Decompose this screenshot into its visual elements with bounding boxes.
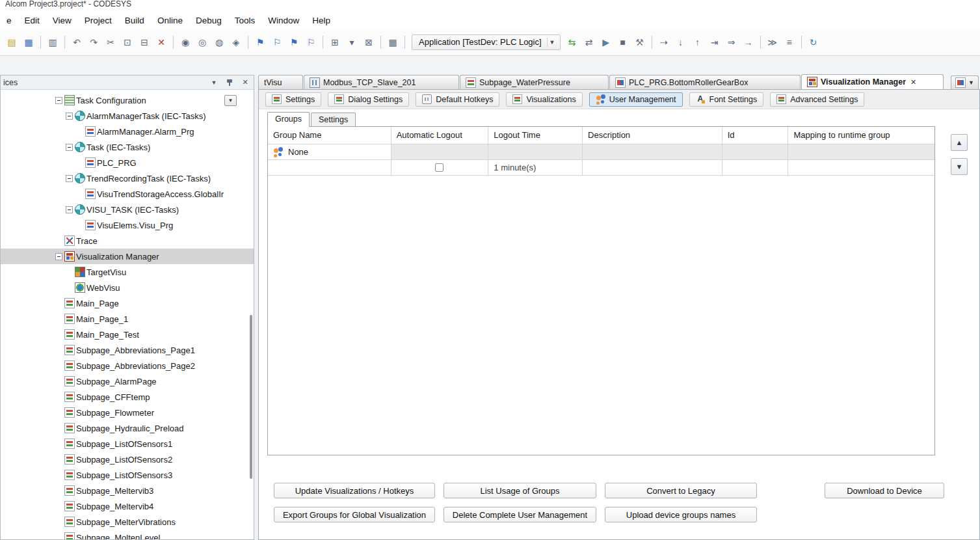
menu-item[interactable]: Edit — [18, 13, 46, 28]
tree-item[interactable]: Subpage_ListOfSensors1 ▼ — [1, 436, 254, 452]
bookmark-toggle-icon[interactable]: ⚑ — [252, 34, 268, 50]
expand-collapse-box[interactable] — [66, 206, 73, 213]
logout-time-cell[interactable]: 1 minute(s) — [488, 160, 583, 176]
manager-tab[interactable]: Dialog Settings — [328, 92, 409, 107]
tree-item[interactable]: Main_Page ▼ — [1, 295, 254, 311]
refresh-icon[interactable]: ↻ — [806, 34, 821, 50]
replace-icon[interactable]: ◈ — [228, 34, 244, 50]
action-button[interactable]: Export Groups for Global Visualization — [274, 507, 435, 522]
tree-item[interactable]: Main_Page_Test ▼ — [1, 327, 254, 342]
manager-tab[interactable]: Advanced Settings — [770, 92, 864, 107]
tree-item[interactable]: TrendRecordingTask (IEC-Tasks) ▼ — [1, 170, 254, 186]
automatic-logout-cell[interactable] — [391, 160, 489, 176]
manager-tab[interactable]: Visualizations — [506, 92, 582, 107]
id-cell[interactable] — [722, 160, 789, 176]
new-window-icon[interactable]: ⊠ — [361, 34, 377, 50]
action-button[interactable]: Download to Device — [825, 483, 944, 498]
wrench-icon[interactable]: ⚒ — [632, 34, 648, 50]
show-next-statement-icon[interactable]: → — [741, 34, 756, 50]
tree-item[interactable]: Subpage_Hydraulic_Preload ▼ — [1, 420, 254, 436]
tree-item[interactable]: Task (IEC-Tasks) ▼ — [1, 139, 254, 155]
tree-item[interactable]: TargetVisu ▼ — [1, 264, 254, 280]
bookmark-previous-icon[interactable]: ⚑ — [286, 34, 302, 50]
menu-item[interactable]: Window — [261, 13, 306, 28]
table-row-new[interactable]: 1 minute(s) — [268, 160, 934, 176]
tree-item[interactable]: Subpage_Flowmeter ▼ — [1, 405, 254, 420]
menu-item[interactable]: e — [0, 13, 18, 28]
step-into-icon[interactable]: ↓ — [673, 34, 689, 50]
execution-order-icon[interactable]: ≡ — [782, 34, 797, 50]
build-icon[interactable]: ▦ — [385, 34, 401, 50]
open-project-icon[interactable]: ▤ — [4, 34, 20, 50]
find-next-icon[interactable]: ◎ — [194, 34, 210, 50]
find-icon[interactable]: ◉ — [178, 34, 193, 50]
set-next-statement-icon[interactable]: ⇒ — [724, 34, 739, 50]
tree-item[interactable]: Task Configuration ▼ — [1, 92, 254, 108]
manager-tab[interactable]: User Management — [589, 92, 683, 107]
tree-item[interactable]: AlarmManager.Alarm_Prg ▼ — [1, 124, 254, 139]
action-button[interactable]: Delete Complete User Management — [444, 507, 596, 522]
expand-collapse-box[interactable] — [66, 113, 73, 120]
document-tab[interactable]: Visualization Manager ✕ — [801, 74, 944, 89]
manager-tab[interactable]: Font Settings — [689, 92, 764, 107]
action-button[interactable]: Update Visualizations / Hotkeys — [274, 483, 435, 498]
paste-special-icon[interactable]: ⊞ — [327, 34, 343, 50]
bookmark-clear-icon[interactable]: ⚐ — [303, 34, 319, 50]
expand-collapse-box[interactable] — [66, 144, 73, 151]
expand-collapse-box[interactable] — [55, 97, 62, 104]
tree-item[interactable]: Trace ▼ — [1, 233, 254, 249]
stop-icon[interactable]: ■ — [615, 34, 631, 50]
mapping-cell[interactable] — [788, 160, 934, 176]
redo-icon[interactable]: ↷ — [86, 34, 101, 50]
tree-item[interactable]: VisuTrendStorageAccess.GlobalIr ▼ — [1, 186, 254, 202]
move-up-button[interactable]: ▲ — [951, 134, 968, 151]
copy-icon[interactable]: ⊡ — [120, 34, 135, 50]
logout-icon[interactable]: ⇄ — [581, 34, 597, 50]
run-to-cursor-icon[interactable]: ⇥ — [707, 34, 722, 50]
panel-position-dropdown[interactable]: ▼ — [208, 77, 220, 88]
step-over-icon[interactable]: ⇢ — [656, 34, 672, 50]
close-panel-button[interactable]: ✕ — [239, 77, 251, 88]
menu-item[interactable]: Online — [151, 13, 189, 28]
action-button[interactable]: Upload device groups names — [605, 507, 757, 522]
step-out-icon[interactable]: ↑ — [690, 34, 706, 50]
document-tab[interactable]: Modbus_TCP_Slave_201 ✕ — [304, 75, 459, 89]
manager-tab[interactable]: Settings — [265, 92, 321, 107]
action-button[interactable]: Convert to Legacy — [605, 483, 757, 498]
move-down-button[interactable]: ▼ — [951, 158, 968, 175]
tree-item[interactable]: Subpage_Meltervib3 ▼ — [1, 483, 254, 498]
document-tab[interactable]: tVisu ✕ — [258, 75, 303, 89]
subtab[interactable]: Settings — [311, 113, 356, 126]
tree-item[interactable]: Subpage_ListOfSensors3 ▼ — [1, 467, 254, 483]
group-name-cell[interactable] — [268, 160, 391, 176]
description-cell[interactable] — [583, 160, 722, 176]
close-tab-icon[interactable]: ✕ — [910, 78, 916, 87]
find-previous-icon[interactable]: ◍ — [211, 34, 227, 50]
quick-action-dropdown[interactable]: ▼ — [224, 95, 237, 106]
pin-button[interactable] — [224, 77, 235, 88]
paste-icon[interactable]: ⊟ — [137, 34, 152, 50]
tree-item[interactable]: Visualization Manager ▼ — [1, 249, 254, 264]
tab-overflow-dropdown[interactable]: ▼ — [951, 75, 979, 89]
menu-item[interactable]: Debug — [189, 13, 228, 28]
tree-item[interactable]: Main_Page_1 ▼ — [1, 311, 254, 327]
tree-item[interactable]: WebVisu ▼ — [1, 280, 254, 295]
flow-control-icon[interactable]: ≫ — [765, 34, 780, 50]
automatic-logout-checkbox[interactable] — [435, 163, 444, 172]
tree-item[interactable]: Subpage_Meltervib4 ▼ — [1, 498, 254, 514]
delete-icon[interactable]: ✕ — [153, 34, 169, 50]
start-icon[interactable]: ▶ — [598, 34, 614, 50]
menu-item[interactable]: Build — [118, 13, 151, 28]
menu-item[interactable]: Help — [306, 13, 337, 28]
expand-collapse-box[interactable] — [66, 175, 73, 182]
tree-item[interactable]: Subpage_MoltenLevel ▼ — [1, 530, 254, 539]
tree-item[interactable]: VisuElems.Visu_Prg ▼ — [1, 217, 254, 233]
bookmark-next-icon[interactable]: ⚐ — [269, 34, 285, 50]
devices-scrollbar-thumb[interactable] — [250, 315, 252, 479]
tree-item[interactable]: Subpage_Abbreviations_Page1 ▼ — [1, 342, 254, 358]
cut-icon[interactable]: ✂ — [103, 34, 118, 50]
tree-item[interactable]: AlarmManagerTask (IEC-Tasks) ▼ — [1, 108, 254, 124]
tree-item[interactable]: PLC_PRG ▼ — [1, 155, 254, 170]
expand-collapse-box[interactable] — [55, 253, 62, 260]
document-tab[interactable]: PLC_PRG.BottomRollerGearBox ✕ — [609, 75, 801, 89]
